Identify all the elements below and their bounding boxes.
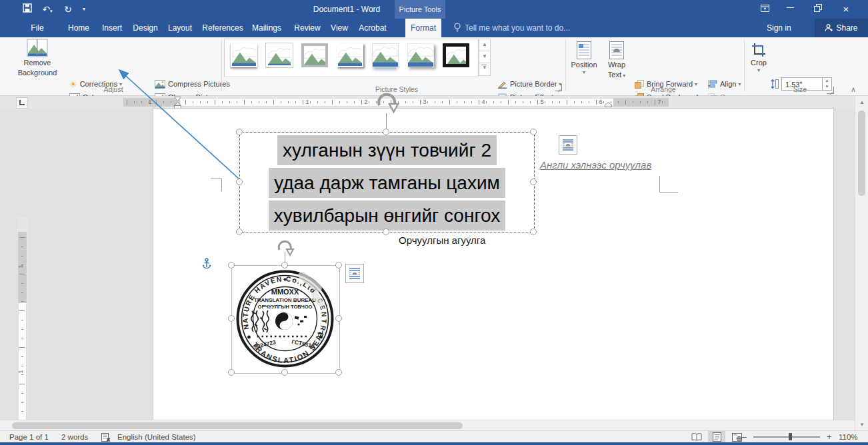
scroll-down-icon[interactable]: ▼ (855, 420, 868, 430)
zoom-out-button[interactable]: − (741, 431, 747, 443)
selection-handle[interactable] (228, 315, 235, 322)
page-indicator[interactable]: Page 1 of 1 (9, 431, 49, 443)
selection-handle[interactable] (228, 369, 235, 376)
gallery-more-button[interactable]: ▼ (479, 63, 491, 76)
page[interactable]: хулганын зүүн товчийг 2 удаа дарж тамган… (153, 109, 833, 420)
tab-file[interactable]: File (24, 19, 51, 37)
hanging-indent-marker[interactable] (174, 102, 181, 109)
selection-handle[interactable] (530, 228, 537, 235)
selection-handle[interactable] (236, 228, 243, 235)
tab-review[interactable]: Review (291, 19, 324, 37)
zoom-slider-thumb[interactable] (789, 433, 792, 440)
restore-icon[interactable] (805, 0, 831, 19)
zoom-slider-track[interactable] (753, 436, 820, 438)
seal-line1: MMOXX (271, 288, 299, 296)
selection-handle[interactable] (228, 262, 235, 268)
ruler-tick (237, 101, 237, 103)
align-button[interactable]: Align (708, 77, 741, 91)
selection-handle[interactable] (281, 262, 288, 268)
ruler-tick (515, 101, 516, 103)
zoom-in-button[interactable]: + (827, 431, 832, 443)
picture-style-thumb-5[interactable] (369, 42, 401, 73)
tab-layout[interactable]: Layout (164, 19, 196, 37)
selection-handle[interactable] (530, 179, 537, 185)
tab-mailings[interactable]: Mailings (248, 19, 285, 37)
ribbon-display-icon[interactable] (752, 0, 777, 19)
word-count[interactable]: 2 words (61, 431, 88, 443)
tab-format-active[interactable]: Format (405, 19, 441, 37)
first-line-indent-marker[interactable] (174, 97, 181, 102)
gallery-scroll-down[interactable]: ▼ (479, 51, 491, 64)
picture-styles-dialog-launcher[interactable] (555, 84, 562, 91)
language-indicator[interactable]: English (United States) (117, 431, 196, 443)
picture-styles-gallery[interactable] (224, 39, 479, 77)
print-layout-button[interactable] (708, 431, 725, 443)
collapse-ribbon-icon[interactable]: ∧ (851, 85, 856, 94)
crop-button[interactable]: Crop ▾ (747, 39, 771, 92)
selection-handle[interactable] (335, 369, 342, 376)
size-dialog-launcher[interactable] (827, 87, 834, 94)
tab-view[interactable]: View (327, 19, 352, 37)
layout-options-icon (349, 267, 361, 280)
gallery-scroll-up[interactable]: ▲ (479, 39, 491, 52)
save-icon[interactable] (20, 2, 35, 17)
tab-references[interactable]: References (200, 19, 245, 37)
horizontal-ruler[interactable]: 11234567 (0, 96, 855, 109)
wrap-text-icon (609, 41, 624, 59)
tab-design[interactable]: Design (129, 19, 161, 37)
tell-me-box[interactable]: Tell me what you want to do... (453, 19, 570, 37)
redo-icon[interactable]: ↻ (61, 2, 75, 17)
wrap-text-button[interactable]: Wrap Text ▾ (601, 39, 632, 92)
ruler-tick (493, 101, 494, 103)
compress-pictures-button[interactable]: Compress Pictures (155, 77, 230, 91)
translation-seal-image[interactable]: NATURE HAVEN Co.,Ltd CENTRE TRANSLATION … (235, 268, 335, 369)
position-button[interactable]: Position ▾ (568, 39, 600, 92)
vertical-scroll-thumb[interactable] (858, 111, 865, 196)
tab-selector[interactable] (16, 97, 28, 109)
undo-icon[interactable]: ↶▾ (39, 2, 56, 17)
picture-style-thumb-6[interactable] (405, 42, 437, 73)
selection-handle[interactable] (281, 369, 288, 376)
selection-handle[interactable] (530, 129, 537, 135)
picture-style-thumb-2[interactable] (263, 42, 295, 73)
selection-handle[interactable] (236, 129, 243, 135)
ruler-tick (662, 101, 663, 103)
align-label: Align (720, 80, 736, 88)
tab-insert[interactable]: Insert (97, 19, 127, 37)
picture-border-button[interactable]: Picture Border (497, 77, 561, 91)
selection-handle[interactable] (383, 129, 389, 135)
close-icon[interactable]: × (833, 0, 859, 19)
selected-textbox[interactable]: хулганын зүүн товчийг 2 удаа дарж тамган… (239, 132, 535, 233)
horizontal-scrollbar[interactable] (0, 420, 855, 431)
remove-background-button[interactable]: Remove Background (12, 39, 63, 92)
anchor-icon (202, 258, 211, 269)
share-button[interactable]: Share (815, 19, 868, 37)
ruler-number: 1 (17, 264, 24, 268)
align-icon (708, 80, 717, 89)
zoom-level[interactable]: 110% (839, 431, 858, 443)
selection-handle[interactable] (335, 262, 342, 268)
textbox-line: удаа дарж тамганы цахим (269, 168, 505, 198)
picture-style-thumb-4[interactable] (334, 42, 366, 73)
layout-options-button-stamp[interactable] (345, 264, 364, 283)
ruler-tick (273, 100, 274, 105)
qat-customize-icon[interactable]: ▾ (79, 2, 89, 17)
picture-style-thumb-7[interactable] (440, 42, 472, 73)
sign-in-button[interactable]: Sign in (767, 19, 791, 37)
selection-handle[interactable] (383, 228, 389, 235)
tab-acrobat[interactable]: Acrobat (355, 19, 391, 37)
layout-options-button[interactable] (559, 135, 577, 155)
horizontal-scroll-thumb[interactable] (12, 422, 463, 429)
picture-style-thumb-3[interactable] (299, 42, 331, 73)
rotate-handle-icon[interactable] (374, 91, 399, 114)
document-area[interactable]: 1123 хулганын зүүн товчийг 2 удаа дарж т… (0, 109, 855, 420)
selection-handle[interactable] (236, 179, 243, 185)
tab-home[interactable]: Home (64, 19, 93, 37)
minimize-icon[interactable] (777, 0, 803, 19)
selection-handle[interactable] (335, 315, 342, 322)
picture-style-thumb-1[interactable] (228, 42, 260, 73)
read-mode-button[interactable] (688, 431, 705, 443)
vertical-ruler[interactable]: 1123 (17, 217, 27, 445)
vertical-scrollbar[interactable]: ▲ ▼ (855, 96, 868, 430)
scroll-up-icon[interactable]: ▲ (855, 97, 868, 108)
